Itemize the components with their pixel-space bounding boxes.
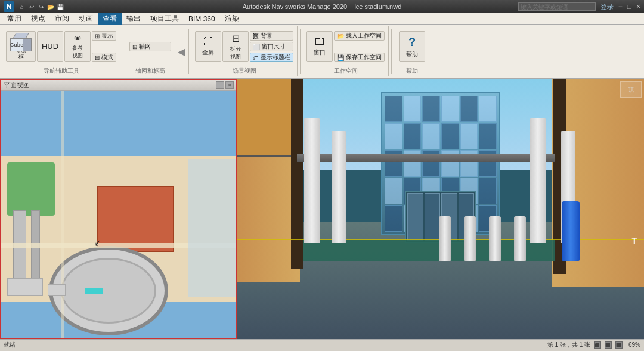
reference-view-btn[interactable]: 👁 参考视图 — [64, 31, 91, 62]
scene-group-title: 场景视图 — [233, 66, 256, 75]
glass-p-7 — [385, 123, 402, 149]
load-ws-label: 载入工作空间 — [346, 32, 382, 40]
view-indicator: 顶 — [620, 81, 642, 98]
menu-project-tools[interactable]: 项目工具 — [145, 13, 184, 25]
map-building-orange — [97, 186, 174, 252]
fullscreen-icon: ⛶ — [203, 36, 213, 47]
maximize-btn[interactable]: □ — [627, 2, 631, 11]
bollard-blue — [562, 201, 580, 261]
menu-common[interactable]: 常用 — [2, 13, 26, 25]
indicator-3[interactable]: ⬛ — [615, 341, 623, 349]
cube-front-face: Cube — [10, 38, 23, 51]
glass-p-19 — [385, 178, 402, 204]
title-bar: N ⌂ ↩ ↪ 📂 💾 Autodesk Navisworks Manage 2… — [0, 0, 644, 13]
split-view-btn[interactable]: ⊟ 拆分视图 — [222, 31, 249, 62]
grid-buttons: ⊞ 轴网 — [129, 27, 171, 66]
ribbon-content: Cube 导航框 HUD 👁 参考视图 ⊞ 显示 — [0, 25, 644, 78]
nav-cube-icon: Cube — [10, 33, 32, 45]
hud-btn[interactable]: HUD — [37, 31, 63, 62]
qa-home-btn[interactable]: ⌂ — [18, 2, 26, 11]
save-workspace-btn[interactable]: 💾 保存工作空间 — [334, 53, 385, 62]
glass-p-6 — [479, 96, 497, 122]
glass-p-12 — [479, 123, 497, 149]
help-label: 帮助 — [406, 50, 418, 59]
split-label: 拆分视图 — [230, 45, 241, 61]
sep-1 — [123, 29, 123, 74]
status-left: 就绪 — [4, 341, 16, 349]
door-2 — [425, 193, 441, 241]
file-name: ice stadium.nwd — [354, 3, 401, 10]
window-label: 窗口 — [314, 48, 326, 57]
show-axis-btn[interactable]: ⊞ 显示 — [92, 31, 116, 41]
sep-2 — [188, 29, 189, 74]
3d-view-panel[interactable]: T 顶 — [237, 79, 644, 339]
bollard-white-2 — [489, 216, 501, 261]
ws-small-group: 📂 载入工作空间 💾 保存工作空间 — [334, 31, 385, 62]
qa-undo-btn[interactable]: ↩ — [27, 2, 36, 11]
hud-icon: HUD — [42, 42, 58, 51]
bldg-left-edge — [291, 79, 303, 269]
sep-4 — [391, 29, 392, 74]
show-labels-label: 显示标题栏 — [261, 53, 290, 61]
minimize-btn[interactable]: − — [618, 2, 623, 11]
load-ws-icon: 📂 — [337, 33, 344, 39]
ribbon-group-help: ? 帮助 帮助 — [394, 26, 430, 76]
grid-btn-1[interactable]: ⊞ 轴网 — [129, 42, 171, 51]
map-sky-area — [1, 91, 236, 156]
indicator-2[interactable]: ⬛ — [605, 341, 612, 349]
qa-open-btn[interactable]: 📂 — [47, 2, 55, 11]
glass-p-11 — [460, 123, 478, 149]
const-line-vertical — [581, 79, 581, 339]
search-input[interactable] — [518, 2, 596, 11]
fullscreen-btn[interactable]: ⛶ 全屏 — [195, 31, 221, 62]
nav-frame-btn[interactable]: Cube 导航框 — [6, 31, 36, 62]
show-axis-icon: ⊞ — [95, 33, 100, 39]
quick-access-toolbar: ⌂ ↩ ↪ 📂 💾 — [18, 2, 64, 11]
menu-review[interactable]: 审阅 — [50, 13, 74, 25]
grid-icon-1: ⊞ — [132, 44, 137, 50]
ribbon: Cube 导航框 HUD 👁 参考视图 ⊞ 显示 — [0, 25, 644, 79]
ribbon-group-nav: Cube 导航框 HUD 👁 参考视图 ⊞ 显示 — [2, 26, 120, 76]
bollard-white-3 — [464, 216, 476, 261]
plan-view-map[interactable]: ↙ — [1, 91, 236, 338]
map-small-building-1 — [7, 278, 43, 296]
status-right: 第 1 张，共 1 张 ⬛ ⬛ ⬛ 69% — [547, 341, 640, 349]
pillar-3 — [530, 118, 546, 242]
page-info: 第 1 张，共 1 张 — [547, 341, 590, 349]
window-size-icon: ⬜ — [253, 44, 260, 50]
group-expand-icon[interactable]: ◀ — [178, 46, 185, 57]
nav-group-title: 导航辅助工具 — [44, 66, 79, 75]
menu-render[interactable]: 渲染 — [220, 13, 244, 25]
background-icon: 🖼 — [253, 33, 259, 39]
qa-redo-btn[interactable]: ↪ — [37, 2, 45, 11]
show-labels-btn[interactable]: 🏷 显示标题栏 — [250, 53, 293, 62]
mode-btn[interactable]: ⊟ 模式 — [92, 53, 116, 62]
close-btn[interactable]: × — [636, 2, 640, 11]
background-btn[interactable]: 🖼 背景 — [250, 31, 293, 41]
grid-group-title: 轴网和标高 — [135, 66, 165, 75]
title-right: 登录 − □ × — [518, 2, 640, 11]
pillar-1 — [304, 118, 320, 242]
login-link[interactable]: 登录 — [600, 2, 614, 11]
menu-animation[interactable]: 动画 — [74, 13, 98, 25]
menu-viewpoint[interactable]: 视点 — [26, 13, 50, 25]
menu-bim360[interactable]: BIM 360 — [184, 13, 220, 25]
window-view-btn[interactable]: 🗔 窗口 — [306, 31, 333, 62]
save-ws-icon: 💾 — [337, 54, 344, 61]
indicator-1[interactable]: ⬛ — [594, 341, 601, 349]
panel-minimize-btn[interactable]: − — [216, 81, 224, 89]
menu-output[interactable]: 输出 — [122, 13, 145, 25]
panel-close-btn[interactable]: × — [225, 81, 234, 89]
expand-arrow[interactable]: ◀ — [178, 26, 185, 76]
qa-save-btn[interactable]: 💾 — [56, 2, 64, 11]
ribbon-group-workspace: 🗔 窗口 📂 载入工作空间 💾 保存工作空间 工作空间 — [303, 26, 389, 76]
map-stadium-inner — [61, 258, 156, 324]
window-size-btn[interactable]: ⬜ 窗口尺寸 — [250, 42, 293, 51]
glass-p-2 — [404, 96, 422, 122]
menu-view[interactable]: 查看 — [98, 13, 122, 25]
ribbon-group-grid: ⊞ 轴网 轴网和标高 — [126, 26, 175, 76]
load-workspace-btn[interactable]: 📂 载入工作空间 — [334, 31, 385, 41]
help-btn[interactable]: ? 帮助 — [399, 31, 425, 62]
map-small-building-2 — [48, 284, 66, 296]
glass-p-4 — [441, 96, 459, 122]
